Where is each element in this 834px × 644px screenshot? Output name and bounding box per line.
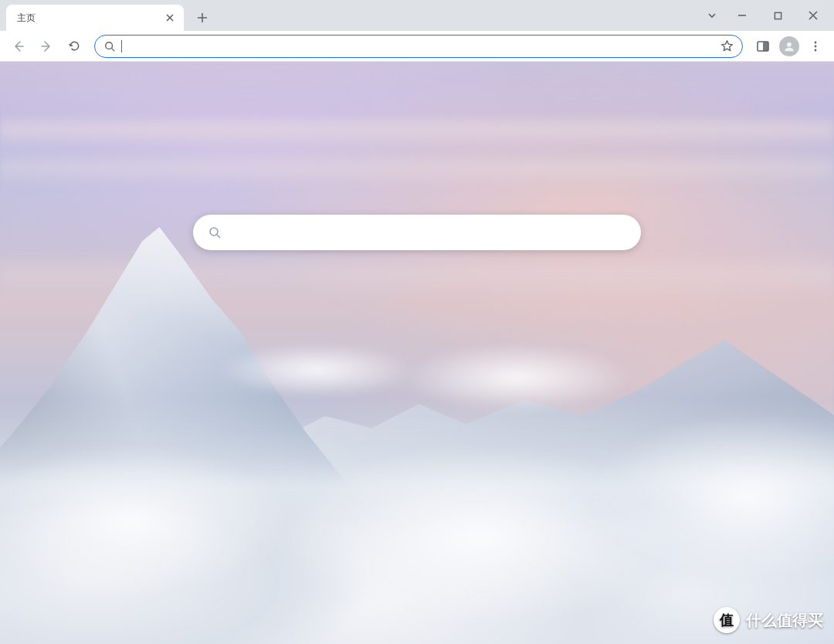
- nav-back-button[interactable]: [6, 34, 31, 59]
- browser-toolbar: [0, 31, 834, 62]
- page-viewport: 值 什么值得买: [0, 62, 834, 644]
- window-maximize-button[interactable]: [760, 3, 795, 28]
- background-cloud: [587, 412, 834, 582]
- browser-tab[interactable]: 主页: [6, 5, 184, 31]
- plus-icon: [197, 12, 208, 23]
- close-icon: [166, 14, 174, 22]
- side-panel-button[interactable]: [751, 34, 775, 59]
- reload-icon: [68, 39, 81, 53]
- arrow-left-icon: [12, 39, 25, 53]
- browser-menu-button[interactable]: [803, 34, 828, 59]
- background-cloud: [216, 343, 417, 397]
- tab-strip: 主页: [0, 0, 834, 31]
- nav-reload-button[interactable]: [62, 34, 86, 59]
- ntp-search-box[interactable]: [193, 215, 641, 250]
- text-cursor: [121, 40, 122, 53]
- svg-rect-3: [763, 42, 768, 51]
- background-cloud: [0, 154, 834, 185]
- search-icon: [104, 41, 115, 52]
- close-icon: [809, 11, 818, 20]
- ntp-search-input[interactable]: [232, 225, 626, 239]
- address-input[interactable]: [128, 36, 711, 57]
- bookmark-button[interactable]: [717, 37, 736, 56]
- minimize-icon: [737, 11, 747, 20]
- window-minimize-button[interactable]: [724, 3, 760, 28]
- nav-forward-button[interactable]: [34, 34, 59, 59]
- svg-point-7: [815, 49, 817, 51]
- new-tab-button[interactable]: [192, 7, 213, 29]
- profile-icon: [779, 36, 799, 56]
- svg-point-8: [210, 228, 218, 236]
- tab-close-button[interactable]: [164, 12, 176, 24]
- address-bar[interactable]: [94, 35, 743, 58]
- search-icon: [208, 226, 221, 239]
- svg-rect-0: [775, 12, 781, 19]
- watermark-text: 什么值得买: [746, 610, 823, 631]
- background-cloud: [0, 443, 293, 598]
- background-cloud: [0, 116, 834, 147]
- tab-search-button[interactable]: [700, 3, 724, 28]
- maximize-icon: [774, 12, 782, 20]
- arrow-right-icon: [39, 39, 53, 53]
- side-panel-icon: [756, 39, 770, 53]
- kebab-menu-icon: [809, 40, 822, 53]
- window-close-button[interactable]: [795, 3, 831, 28]
- watermark: 值 什么值得买: [714, 607, 823, 633]
- watermark-badge: 值: [714, 607, 740, 633]
- svg-point-5: [815, 41, 817, 43]
- svg-point-4: [787, 42, 792, 46]
- svg-point-6: [815, 45, 817, 47]
- star-icon: [720, 39, 734, 53]
- window-controls: [700, 0, 831, 31]
- chevron-down-icon: [707, 10, 717, 21]
- tab-title: 主页: [17, 12, 158, 25]
- profile-button[interactable]: [777, 34, 802, 59]
- svg-point-1: [106, 42, 113, 49]
